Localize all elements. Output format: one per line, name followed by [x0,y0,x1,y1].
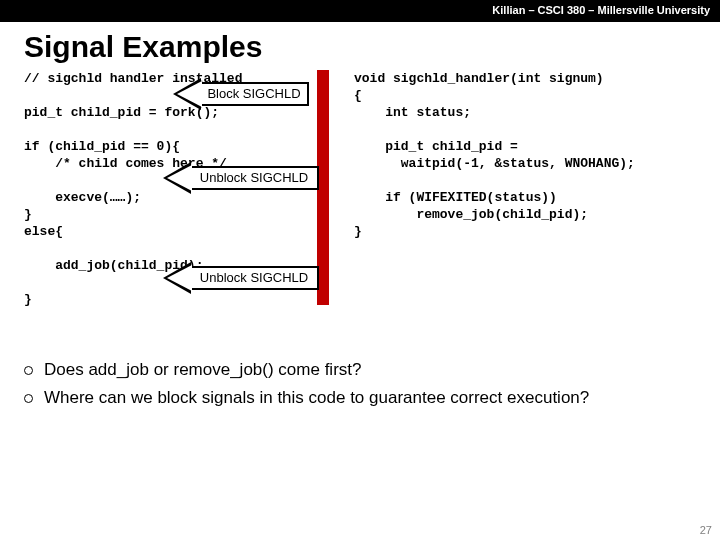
arrow-block: Block SIGCHLD [199,82,309,106]
code-right: void sigchld_handler(int signum) { int s… [354,70,635,240]
code-area: // sigchld handler installed pid_t child… [24,70,696,350]
slide-title: Signal Examples [24,30,720,64]
course-header: Killian – CSCI 380 – Millersville Univer… [0,0,720,22]
bullet-2: Where can we block signals in this code … [44,386,696,410]
page-number: 27 [700,524,712,536]
bullet-1: Does add_job or remove_job() come first? [44,358,696,382]
question-list: Does add_job or remove_job() come first?… [44,358,696,410]
arrow-unblock-1: Unblock SIGCHLD [189,166,319,190]
arrow-unblock-2: Unblock SIGCHLD [189,266,319,290]
